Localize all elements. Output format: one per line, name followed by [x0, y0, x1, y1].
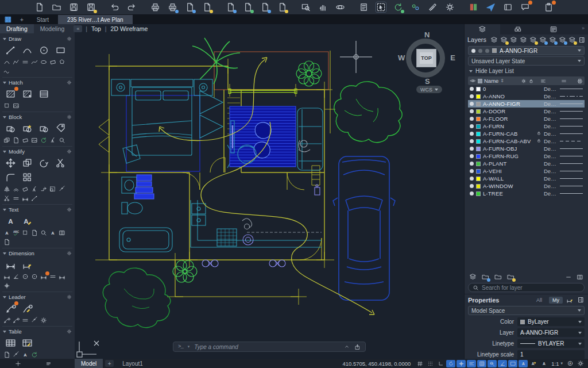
dynamic-input-icon[interactable] [469, 361, 475, 367]
panel-dock-icon[interactable] [577, 296, 585, 304]
layer-lineweight[interactable]: De… [544, 153, 558, 159]
layer-lineweight[interactable]: De… [544, 116, 558, 122]
polar-tracking-icon[interactable] [448, 361, 454, 367]
linetype-sample[interactable] [560, 118, 583, 120]
toggle-snap-mode[interactable] [425, 360, 435, 367]
rotate-icon[interactable] [38, 158, 49, 168]
plot-column-icon[interactable] [577, 78, 583, 84]
print-setup-icon[interactable] [168, 2, 177, 12]
quick-properties-icon[interactable] [566, 296, 574, 304]
break-icon[interactable] [3, 195, 10, 202]
insert-formula-icon[interactable]: A [22, 351, 29, 358]
tool-draw-line[interactable] [3, 44, 18, 57]
whats-new-icon[interactable] [544, 2, 554, 12]
diameter-icon[interactable] [31, 273, 38, 280]
section-header[interactable]: Text [3, 206, 72, 213]
offset-icon[interactable] [13, 186, 20, 193]
tool-draw-polygon[interactable] [58, 58, 66, 66]
tool-draw-arc[interactable] [20, 44, 35, 57]
visual-style-button[interactable]: 2D Wireframe [111, 25, 148, 32]
layer-row-A-FURN-CAB[interactable]: A-FURN-CABDe… [468, 130, 585, 137]
layer-on-dot[interactable] [470, 191, 474, 195]
redo-icon[interactable] [127, 2, 137, 12]
save-as-icon[interactable] [86, 2, 96, 12]
tool-draw-ellipse[interactable] [40, 58, 48, 66]
layer-color-swatch[interactable] [476, 132, 481, 136]
measure-icon[interactable] [428, 2, 438, 12]
layer-color-swatch[interactable] [476, 94, 481, 99]
layer-lineweight[interactable]: De… [544, 86, 558, 92]
page-setup-icon[interactable] [185, 2, 195, 12]
rotated-rect-icon[interactable] [49, 59, 56, 66]
tab-layers-icon[interactable] [478, 25, 486, 33]
tool-table-table[interactable] [3, 336, 18, 350]
linetype-sample[interactable] [560, 133, 583, 135]
collapse-triangle-icon[interactable] [3, 82, 6, 84]
section-header[interactable]: Hatch [3, 79, 72, 86]
rectangle-icon[interactable] [55, 45, 66, 56]
multileader-icon[interactable] [5, 303, 16, 314]
multiline-text-icon[interactable]: A [22, 216, 33, 227]
sync-attributes-icon[interactable] [40, 137, 47, 144]
toggle-grid-display[interactable] [415, 360, 424, 367]
tool-dimension-continue[interactable] [58, 273, 66, 281]
command-input[interactable]: Type a command [194, 344, 339, 350]
panel-dock-icon[interactable] [578, 36, 586, 44]
tool-block-set-base-point[interactable] [3, 136, 11, 144]
layer-lineweight[interactable]: De… [544, 101, 558, 107]
property-field[interactable]: ByLayer [517, 317, 585, 326]
tool-leader-leader-style[interactable] [40, 316, 48, 324]
layer-on-dot[interactable] [470, 162, 474, 166]
tool-hatch-hatch-image[interactable] [12, 102, 20, 110]
remove-leader-icon[interactable] [13, 317, 20, 324]
layer-color-swatch[interactable] [476, 162, 481, 166]
collapse-triangle-icon[interactable] [3, 209, 6, 211]
undo-icon[interactable] [110, 2, 119, 12]
layer-table-header[interactable]: Name⇕ [468, 76, 585, 85]
polyline-icon[interactable] [13, 59, 20, 66]
tool-table-table-edit[interactable] [20, 336, 35, 350]
command-expand-icon[interactable] [344, 344, 350, 350]
export-icon[interactable] [243, 2, 253, 12]
layer-search-field[interactable]: Search for layer [468, 283, 585, 292]
collapse-triangle-icon[interactable] [3, 38, 6, 40]
tool-table-update-data[interactable] [30, 351, 38, 359]
sheet-settings-icon[interactable] [277, 2, 287, 12]
tool-draw-polyline[interactable] [12, 58, 20, 66]
layer-color-swatch[interactable] [476, 184, 481, 189]
trim-icon[interactable] [55, 158, 66, 168]
boundary-icon[interactable] [3, 102, 10, 109]
tab-layout1[interactable]: Layout1 [116, 359, 149, 368]
group-filter-icon[interactable] [494, 273, 502, 281]
locked-icon[interactable] [536, 131, 541, 136]
tab-drafting[interactable]: Drafting [0, 24, 34, 33]
tool-dimension-dim-linear[interactable] [3, 258, 18, 271]
layer-lineweight[interactable]: De… [544, 93, 558, 99]
linetype-sample[interactable] [560, 148, 583, 150]
tool-table-data-link[interactable] [12, 351, 20, 359]
tool-leader-align-leaders[interactable] [21, 316, 29, 324]
section-settings-icon[interactable] [67, 329, 72, 334]
layer-row-A-WINDOW[interactable]: A-WINDOWDe… [468, 182, 585, 190]
tool-block-sync-attributes[interactable] [40, 136, 48, 144]
tool-text-text-columns[interactable] [58, 229, 66, 237]
toggle-angle-override[interactable] [498, 360, 507, 367]
create-block-icon[interactable] [22, 123, 33, 134]
lock-column-icon[interactable] [528, 78, 534, 84]
tool-leader-collect-leaders[interactable] [30, 316, 38, 324]
spell-check-icon[interactable]: ABC [13, 229, 20, 236]
line-icon[interactable] [5, 45, 16, 56]
layer-settings-icon[interactable] [529, 36, 537, 44]
purge-icon[interactable] [49, 137, 56, 144]
tool-block-insert-block[interactable] [3, 122, 18, 135]
property-field[interactable]: A-ANNO-FIGR [517, 328, 585, 337]
tool-dimension-baseline[interactable] [49, 273, 57, 281]
linetype-sample[interactable] [560, 103, 583, 105]
section-settings-icon[interactable] [67, 294, 72, 300]
name-column-header[interactable]: Name⇕ [478, 78, 519, 84]
settings-icon[interactable] [577, 360, 584, 367]
linetype-sample[interactable] [560, 193, 583, 194]
table-edit-icon[interactable] [22, 338, 33, 348]
toggle-annotation-visibility[interactable]: A [519, 360, 528, 367]
hatch-icon[interactable] [5, 89, 16, 99]
